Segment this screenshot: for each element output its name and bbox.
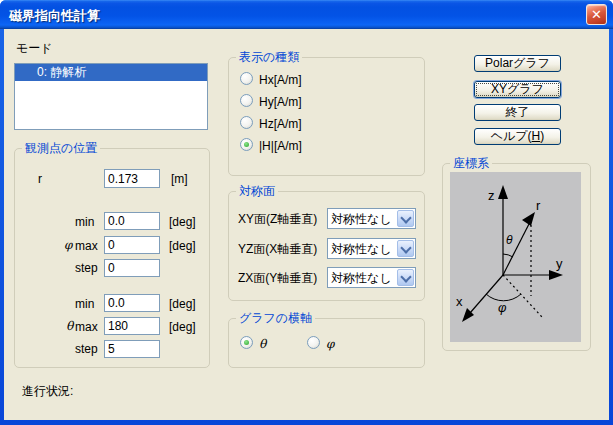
theta-min-label: min <box>75 297 94 311</box>
theta-step-label: step <box>75 342 98 356</box>
window-title: 磁界指向性計算 <box>9 7 100 25</box>
titlebar[interactable]: 磁界指向性計算 ✕ <box>0 0 613 29</box>
theta-min-input[interactable] <box>104 294 160 312</box>
axis-label-z: z <box>488 188 495 203</box>
yz-plane-value: 対称性なし <box>331 241 392 258</box>
phi-min-unit: [deg] <box>169 215 196 229</box>
yz-plane-label: YZ面(X軸垂直) <box>238 242 317 256</box>
symmetry-group-title: 対称面 <box>236 185 278 198</box>
phi-max-unit: [deg] <box>169 239 196 253</box>
theta-symbol: θ <box>66 319 73 333</box>
help-label-suffix: ) <box>540 129 544 143</box>
chevron-down-icon[interactable] <box>397 210 414 227</box>
coordinate-diagram: z y x r θ φ <box>450 172 581 342</box>
yz-plane-select[interactable]: 対称性なし <box>327 238 416 259</box>
theta-max-label: max <box>75 320 98 334</box>
phi-min-input[interactable] <box>104 212 160 230</box>
zx-plane-label: ZX面(Y軸垂直) <box>238 271 317 285</box>
spherical-coordinates-icon: z y x r θ φ <box>450 172 581 342</box>
close-icon: ✕ <box>591 7 602 22</box>
xy-plane-label: XY面(Z軸垂直) <box>238 212 317 226</box>
theta-max-input[interactable] <box>104 317 160 335</box>
radio-phi-label[interactable]: φ <box>326 337 334 351</box>
help-label-prefix: ヘルプ( <box>491 129 532 143</box>
radio-habs[interactable] <box>240 138 253 151</box>
radio-hx-label[interactable]: Hx[A/m] <box>259 73 302 87</box>
xy-plane-select[interactable]: 対称性なし <box>327 208 416 229</box>
mode-label: モード <box>16 41 53 55</box>
theta-step-input[interactable] <box>104 340 160 358</box>
angle-label-theta: θ <box>506 233 513 247</box>
chevron-down-icon[interactable] <box>397 240 414 257</box>
coordinate-group-title: 座標系 <box>450 157 492 170</box>
radio-theta-label[interactable]: θ <box>259 337 266 351</box>
axis-label-r: r <box>536 198 541 213</box>
close-button[interactable]: ✕ <box>586 4 607 25</box>
mode-list-item[interactable]: 0: 静解析 <box>15 64 207 81</box>
xy-plane-value: 対称性なし <box>331 211 392 228</box>
radio-hy[interactable] <box>240 94 253 107</box>
radio-hz[interactable] <box>240 116 253 129</box>
r-input[interactable] <box>104 169 160 188</box>
polar-graph-button[interactable]: Polarグラフ <box>474 55 561 72</box>
progress-status-label: 進行状況: <box>22 384 73 398</box>
help-accel-key: H <box>532 129 541 143</box>
radio-habs-label[interactable]: |H|[A/m] <box>259 139 302 153</box>
radio-hy-label[interactable]: Hy[A/m] <box>259 95 302 109</box>
phi-max-input[interactable] <box>104 236 160 254</box>
angle-label-phi: φ <box>498 300 507 315</box>
axis-label-x: x <box>456 294 463 309</box>
radio-hx[interactable] <box>240 72 253 85</box>
phi-min-label: min <box>75 215 94 229</box>
display-type-group <box>228 57 425 176</box>
phi-step-input[interactable] <box>104 259 160 277</box>
r-label: r <box>38 172 42 186</box>
mode-listbox[interactable]: 0: 静解析 <box>14 63 208 130</box>
theta-min-unit: [deg] <box>169 297 196 311</box>
help-button[interactable]: ヘルプ(H) <box>474 128 561 145</box>
display-type-group-title: 表示の種類 <box>236 51 302 64</box>
phi-symbol: φ <box>64 238 72 252</box>
zx-plane-select[interactable]: 対称性なし <box>327 267 416 288</box>
radio-phi[interactable] <box>307 336 320 349</box>
r-unit-label: [m] <box>171 172 188 186</box>
zx-plane-value: 対称性なし <box>331 270 392 287</box>
theta-max-unit: [deg] <box>169 320 196 334</box>
phi-max-label: max <box>75 239 98 253</box>
graph-axis-group-title: グラフの横軸 <box>236 312 315 325</box>
axis-label-y: y <box>556 256 563 271</box>
radio-theta[interactable] <box>240 336 253 349</box>
dialog-window: 磁界指向性計算 ✕ モード 0: 静解析 観測点の位置 r [m] φ min … <box>0 0 613 425</box>
radio-hz-label[interactable]: Hz[A/m] <box>259 117 302 131</box>
xy-graph-button[interactable]: XYグラフ <box>474 81 561 98</box>
chevron-down-icon[interactable] <box>397 269 414 286</box>
observation-group-title: 観測点の位置 <box>22 142 100 155</box>
exit-button[interactable]: 終了 <box>474 104 561 121</box>
phi-step-label: step <box>75 261 98 275</box>
